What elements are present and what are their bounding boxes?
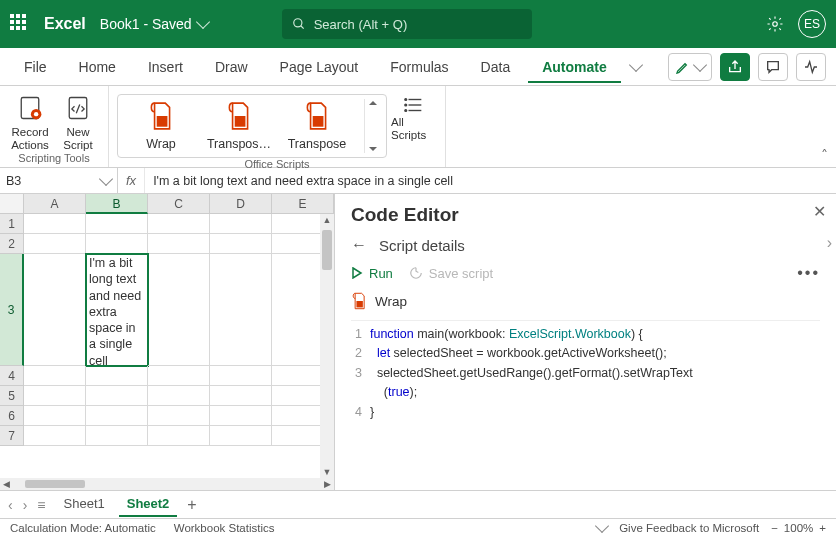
select-all-corner[interactable] xyxy=(0,194,24,214)
cell[interactable] xyxy=(24,366,86,386)
gear-icon[interactable] xyxy=(766,15,784,33)
tab-home[interactable]: Home xyxy=(65,51,130,83)
scroll-down-icon[interactable]: ▼ xyxy=(323,466,332,478)
cell[interactable] xyxy=(24,254,86,366)
cell[interactable] xyxy=(24,386,86,406)
column-header[interactable]: B xyxy=(86,194,148,214)
script-card[interactable]: Transpose xyxy=(282,99,352,153)
calc-mode[interactable]: Calculation Mode: Automatic xyxy=(10,522,156,534)
scrollbar-thumb[interactable] xyxy=(322,230,332,270)
gallery-more[interactable] xyxy=(364,99,378,153)
cell[interactable] xyxy=(24,426,86,446)
sheet-tab[interactable]: Sheet1 xyxy=(56,492,113,517)
sheet-list-icon[interactable]: ≡ xyxy=(37,497,45,513)
cell[interactable] xyxy=(148,386,210,406)
tab-page-layout[interactable]: Page Layout xyxy=(266,51,373,83)
tab-file[interactable]: File xyxy=(10,51,61,83)
cell[interactable] xyxy=(24,214,86,234)
tab-data[interactable]: Data xyxy=(467,51,525,83)
zoom-control[interactable]: − 100% + xyxy=(771,522,826,534)
cell[interactable] xyxy=(210,234,272,254)
close-icon[interactable]: ✕ xyxy=(813,202,826,221)
new-script-button[interactable]: New Script xyxy=(56,90,100,152)
scroll-left-icon[interactable]: ◀ xyxy=(0,479,13,489)
script-card[interactable]: Wrap xyxy=(126,99,196,153)
cell[interactable] xyxy=(86,234,148,254)
tab-insert[interactable]: Insert xyxy=(134,51,197,83)
chevron-down-icon[interactable] xyxy=(629,57,643,71)
feedback-link[interactable]: Give Feedback to Microsoft xyxy=(619,522,759,534)
chevron-up-icon[interactable] xyxy=(369,101,377,105)
spreadsheet-grid[interactable]: ABCDE 123I'm a bit long text and need ex… xyxy=(0,194,335,490)
scroll-right-icon[interactable]: ▶ xyxy=(321,479,334,489)
tab-formulas[interactable]: Formulas xyxy=(376,51,462,83)
cell[interactable] xyxy=(210,426,272,446)
cell[interactable] xyxy=(86,214,148,234)
editing-mode-button[interactable] xyxy=(668,53,712,81)
more-menu-icon[interactable]: ••• xyxy=(797,264,820,282)
cell[interactable] xyxy=(210,386,272,406)
code-body[interactable]: function main(workbook: ExcelScript.Work… xyxy=(370,321,693,426)
cell[interactable] xyxy=(86,426,148,446)
cell[interactable] xyxy=(148,406,210,426)
status-dropdown-icon[interactable] xyxy=(595,518,609,532)
cell[interactable] xyxy=(148,214,210,234)
column-header[interactable]: A xyxy=(24,194,86,214)
column-header[interactable]: D xyxy=(210,194,272,214)
avatar[interactable]: ES xyxy=(798,10,826,38)
sheet-tab[interactable]: Sheet2 xyxy=(119,492,178,517)
cell[interactable]: I'm a bit long text and need extra space… xyxy=(86,254,148,366)
search-input[interactable]: Search (Alt + Q) xyxy=(282,9,532,39)
run-button[interactable]: Run xyxy=(351,266,393,281)
sheet-nav-next-icon[interactable]: › xyxy=(23,497,28,513)
chevron-down-icon[interactable] xyxy=(196,15,210,29)
chevron-right-icon[interactable]: › xyxy=(827,234,832,252)
tab-automate[interactable]: Automate xyxy=(528,51,621,83)
chevron-down-icon[interactable] xyxy=(369,147,377,151)
cell[interactable] xyxy=(148,234,210,254)
record-actions-button[interactable]: Record Actions xyxy=(8,90,52,152)
row-header[interactable]: 7 xyxy=(0,426,24,446)
app-launcher-icon[interactable] xyxy=(10,14,30,34)
horizontal-scrollbar[interactable]: ◀ ▶ xyxy=(0,478,334,490)
cell[interactable] xyxy=(24,234,86,254)
fx-label[interactable]: fx xyxy=(118,168,145,193)
vertical-scrollbar[interactable]: ▲ ▼ xyxy=(320,214,334,478)
back-arrow-icon[interactable]: ← xyxy=(351,236,367,254)
sheet-nav-prev-icon[interactable]: ‹ xyxy=(8,497,13,513)
cell[interactable] xyxy=(210,254,272,366)
activity-button[interactable] xyxy=(796,53,826,81)
row-header[interactable]: 5 xyxy=(0,386,24,406)
cell[interactable] xyxy=(148,426,210,446)
scroll-up-icon[interactable]: ▲ xyxy=(323,214,332,226)
cell[interactable] xyxy=(86,406,148,426)
chevron-down-icon[interactable] xyxy=(99,171,113,185)
row-header[interactable]: 6 xyxy=(0,406,24,426)
row-header[interactable]: 2 xyxy=(0,234,24,254)
row-header[interactable]: 3 xyxy=(0,254,24,366)
cell[interactable] xyxy=(86,366,148,386)
column-header[interactable]: E xyxy=(272,194,334,214)
cell[interactable] xyxy=(210,214,272,234)
row-header[interactable]: 4 xyxy=(0,366,24,386)
column-header[interactable]: C xyxy=(148,194,210,214)
cell[interactable] xyxy=(210,366,272,386)
cell[interactable] xyxy=(148,366,210,386)
cell[interactable] xyxy=(24,406,86,426)
comments-button[interactable] xyxy=(758,53,788,81)
cell[interactable] xyxy=(148,254,210,366)
collapse-ribbon-icon[interactable]: ˄ xyxy=(821,147,828,163)
zoom-out-icon[interactable]: − xyxy=(771,522,778,534)
row-header[interactable]: 1 xyxy=(0,214,24,234)
document-name[interactable]: Book1 - Saved xyxy=(100,16,208,32)
add-sheet-button[interactable]: + xyxy=(187,496,196,514)
name-box[interactable]: B3 xyxy=(0,168,118,193)
scrollbar-thumb[interactable] xyxy=(25,480,85,488)
share-button[interactable] xyxy=(720,53,750,81)
zoom-in-icon[interactable]: + xyxy=(819,522,826,534)
script-card[interactable]: Transpos… xyxy=(204,99,274,153)
workbook-stats[interactable]: Workbook Statistics xyxy=(174,522,275,534)
code-area[interactable]: 1234 function main(workbook: ExcelScript… xyxy=(351,320,820,426)
formula-input[interactable]: I'm a bit long text and need extra space… xyxy=(145,174,836,188)
cell[interactable] xyxy=(86,386,148,406)
